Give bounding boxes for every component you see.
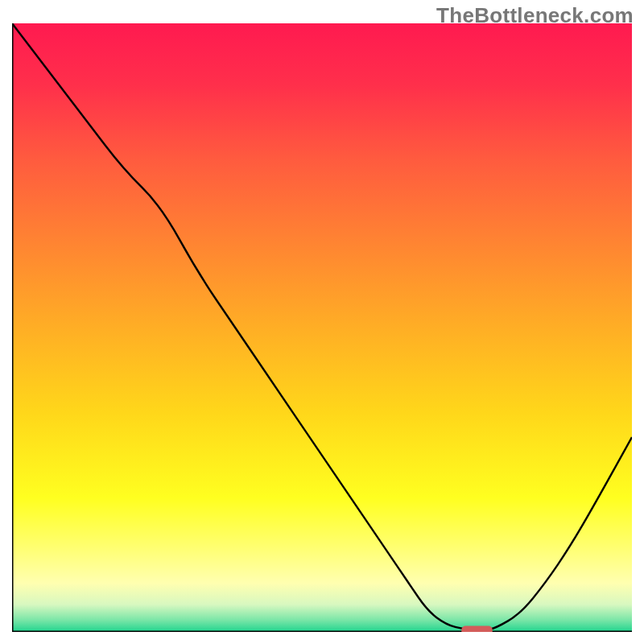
bottleneck-chart — [12, 23, 632, 632]
gradient-background — [12, 23, 632, 632]
watermark-text: TheBottleneck.com — [436, 3, 634, 28]
chart-svg — [12, 23, 632, 632]
chart-container: TheBottleneck.com — [0, 0, 644, 644]
optimal-marker — [461, 626, 493, 632]
